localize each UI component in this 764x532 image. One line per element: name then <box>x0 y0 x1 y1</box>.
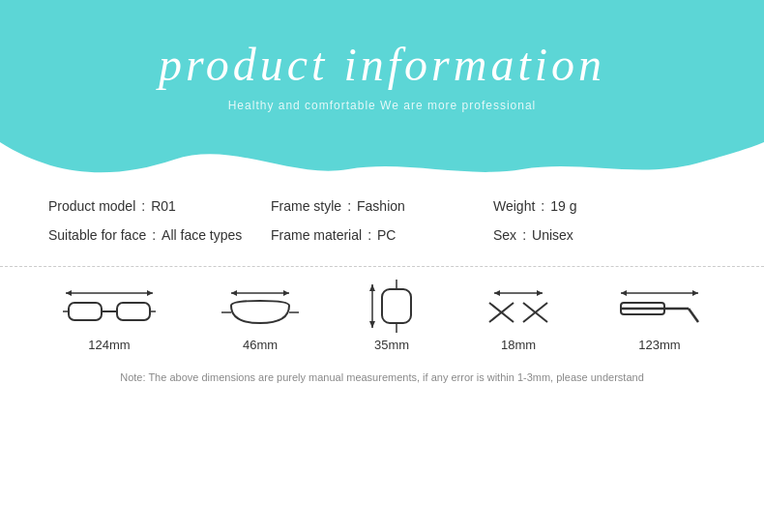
header-subtitle: Healthy and comfortable We are more prof… <box>228 99 537 112</box>
glasses-width-icon <box>61 281 158 330</box>
separator-6: : <box>522 227 526 243</box>
separator-2: : <box>347 198 351 214</box>
svg-marker-9 <box>231 290 237 296</box>
dim-item-0: 124mm <box>61 281 158 352</box>
frame-material-value: PC <box>377 227 396 243</box>
weight-item: Weight : 19 g <box>493 198 716 214</box>
frame-style-value: Fashion <box>357 198 405 214</box>
separator-1: : <box>141 198 145 214</box>
wave-decoration <box>0 142 764 181</box>
lens-height-icon <box>363 281 421 330</box>
svg-rect-4 <box>117 303 150 320</box>
info-row-2: Suitable for face : All face types Frame… <box>48 227 716 243</box>
header-section: product information Healthy and comforta… <box>0 0 764 179</box>
svg-marker-28 <box>692 290 698 296</box>
separator-4: : <box>152 227 156 243</box>
svg-marker-14 <box>369 284 375 291</box>
weight-label: Weight <box>493 198 535 214</box>
dim-value-3: 18mm <box>501 338 536 352</box>
frame-material-label: Frame material <box>271 227 362 243</box>
lens-width-icon <box>221 281 299 330</box>
svg-line-30 <box>689 309 698 322</box>
dim-value-1: 46mm <box>243 338 278 352</box>
dimensions-section: 124mm 46mm <box>0 267 764 362</box>
svg-rect-16 <box>382 289 411 323</box>
bridge-width-icon <box>485 281 552 330</box>
separator-5: : <box>367 227 371 243</box>
dim-item-3: 18mm <box>485 281 552 352</box>
product-model-value: R01 <box>151 198 176 214</box>
dim-value-0: 124mm <box>88 338 130 352</box>
svg-marker-21 <box>537 290 543 296</box>
svg-marker-1 <box>66 290 72 296</box>
product-model-item: Product model : R01 <box>48 198 271 214</box>
dim-item-1: 46mm <box>221 281 299 352</box>
dim-value-2: 35mm <box>374 338 409 352</box>
frame-material-item: Frame material : PC <box>271 227 493 243</box>
face-type-item: Suitable for face : All face types <box>48 227 271 243</box>
weight-value: 19 g <box>550 198 576 214</box>
sex-item: Sex : Unisex <box>493 227 716 243</box>
sex-label: Sex <box>493 227 516 243</box>
sex-value: Unisex <box>532 227 573 243</box>
page-title: product information <box>159 38 605 91</box>
svg-marker-2 <box>147 290 153 296</box>
frame-style-label: Frame style <box>271 198 341 214</box>
product-model-label: Product model <box>48 198 135 214</box>
svg-marker-10 <box>283 290 289 296</box>
frame-style-item: Frame style : Fashion <box>271 198 493 214</box>
temple-length-icon <box>616 281 703 330</box>
svg-marker-20 <box>494 290 500 296</box>
svg-marker-27 <box>621 290 627 296</box>
dim-item-2: 35mm <box>363 281 421 352</box>
svg-rect-3 <box>69 303 102 320</box>
svg-marker-15 <box>369 321 375 328</box>
face-type-label: Suitable for face <box>48 227 146 243</box>
dim-value-4: 123mm <box>638 338 680 352</box>
face-type-value: All face types <box>162 227 242 243</box>
product-info-section: Product model : R01 Frame style : Fashio… <box>0 179 764 267</box>
note-text: Note: The above dimensions are purely ma… <box>48 371 716 383</box>
info-row-1: Product model : R01 Frame style : Fashio… <box>48 198 716 214</box>
separator-3: : <box>541 198 544 214</box>
note-section: Note: The above dimensions are purely ma… <box>0 362 764 393</box>
dim-item-4: 123mm <box>616 281 703 352</box>
